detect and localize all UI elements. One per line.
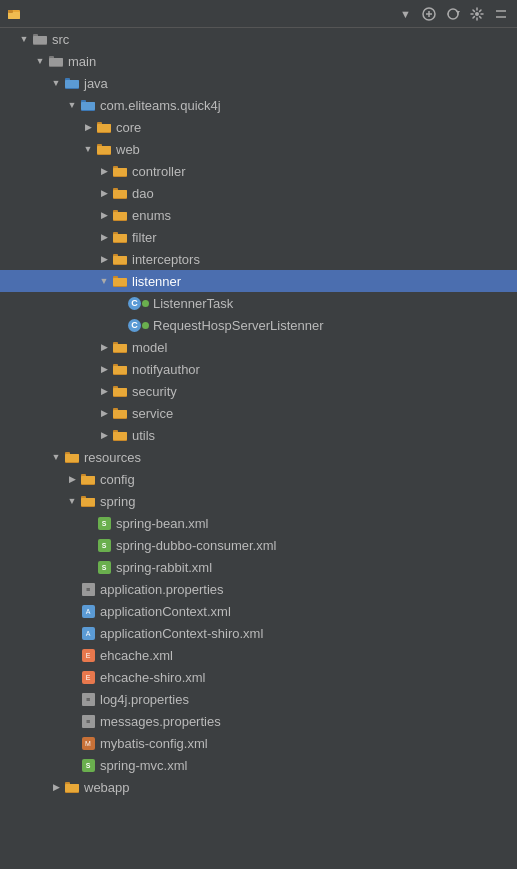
tree-item-com-eliteams-quick4j[interactable]: ▼com.eliteams.quick4j xyxy=(0,94,517,116)
tree-item-label: controller xyxy=(132,164,185,179)
tree-item-applicationContext-shiro-xml[interactable]: AapplicationContext-shiro.xml xyxy=(0,622,517,644)
tree-item-main[interactable]: ▼main xyxy=(0,50,517,72)
arrow-empty xyxy=(64,757,80,773)
tree-item-utils[interactable]: ▶utils xyxy=(0,424,517,446)
folder-icon xyxy=(112,405,128,421)
svg-rect-38 xyxy=(113,234,127,242)
tree-item-label: log4j.properties xyxy=(100,692,189,707)
arrow-closed-icon: ▶ xyxy=(48,779,64,795)
tree-item-mybatis-config-xml[interactable]: Mmybatis-config.xml xyxy=(0,732,517,754)
tree-item-notifyauthor[interactable]: ▶notifyauthor xyxy=(0,358,517,380)
tree-item-label: spring-rabbit.xml xyxy=(116,560,212,575)
arrow-closed-icon: ▶ xyxy=(96,185,112,201)
svg-rect-41 xyxy=(113,256,127,264)
folder-icon xyxy=(96,141,112,157)
tree-item-label: applicationContext.xml xyxy=(100,604,231,619)
folder-icon xyxy=(64,449,80,465)
tree-item-controller[interactable]: ▶controller xyxy=(0,160,517,182)
spring-xml-icon: S xyxy=(96,559,112,575)
tree-item-spring[interactable]: ▼spring xyxy=(0,490,517,512)
tree-item-application-properties[interactable]: ≡application.properties xyxy=(0,578,517,600)
arrow-closed-icon: ▶ xyxy=(96,229,112,245)
tree-item-label: spring-dubbo-consumer.xml xyxy=(116,538,276,553)
java-class-icon: C xyxy=(128,297,149,310)
tree-item-dao[interactable]: ▶dao xyxy=(0,182,517,204)
tree-item-spring-dubbo-consumer-xml[interactable]: Sspring-dubbo-consumer.xml xyxy=(0,534,517,556)
tree-item-label: application.properties xyxy=(100,582,224,597)
tree-item-label: utils xyxy=(132,428,155,443)
tree-item-model[interactable]: ▶model xyxy=(0,336,517,358)
collapse-btn[interactable] xyxy=(491,4,511,24)
folder-icon xyxy=(112,361,128,377)
settings-btn[interactable] xyxy=(467,4,487,24)
tree-item-label: spring-bean.xml xyxy=(116,516,209,531)
arrow-empty xyxy=(80,515,96,531)
tree-item-label: service xyxy=(132,406,173,421)
java-class-icon: C xyxy=(128,319,149,332)
svg-rect-65 xyxy=(81,476,95,484)
arrow-open-icon: ▼ xyxy=(48,449,64,465)
folder-icon xyxy=(112,383,128,399)
properties-file-icon: ≡ xyxy=(80,713,96,729)
sync-btn[interactable] xyxy=(443,4,463,24)
tree-item-label: java xyxy=(84,76,108,91)
arrow-closed-icon: ▶ xyxy=(64,471,80,487)
spring-xml-icon: S xyxy=(96,515,112,531)
tree-item-webapp[interactable]: ▶webapp xyxy=(0,776,517,798)
tree-item-ListennerTask[interactable]: CListennerTask xyxy=(0,292,517,314)
tree-item-label: webapp xyxy=(84,780,130,795)
tree-item-listenner[interactable]: ▼listenner xyxy=(0,270,517,292)
svg-rect-29 xyxy=(113,168,127,176)
tree-item-web[interactable]: ▼web xyxy=(0,138,517,160)
project-icon xyxy=(6,6,22,22)
tree-item-label: ehcache-shiro.xml xyxy=(100,670,206,685)
tree-item-label: messages.properties xyxy=(100,714,221,729)
svg-rect-50 xyxy=(113,366,127,374)
tree-item-service[interactable]: ▶service xyxy=(0,402,517,424)
tree-item-security[interactable]: ▶security xyxy=(0,380,517,402)
add-btn[interactable] xyxy=(419,4,439,24)
java-badge-icon xyxy=(142,300,149,307)
arrow-closed-icon: ▶ xyxy=(96,361,112,377)
folder-icon xyxy=(64,779,80,795)
svg-rect-14 xyxy=(49,58,63,66)
svg-rect-59 xyxy=(113,432,127,440)
svg-rect-1 xyxy=(8,12,20,19)
tree-item-spring-rabbit-xml[interactable]: Sspring-rabbit.xml xyxy=(0,556,517,578)
tree-item-label: ehcache.xml xyxy=(100,648,173,663)
arrow-empty xyxy=(64,713,80,729)
tree-item-label: ListennerTask xyxy=(153,296,233,311)
tree-item-label: resources xyxy=(84,450,141,465)
arrow-closed-icon: ▶ xyxy=(96,251,112,267)
tree-item-interceptors[interactable]: ▶interceptors xyxy=(0,248,517,270)
properties-file-icon: ≡ xyxy=(80,581,96,597)
svg-rect-26 xyxy=(97,146,111,154)
tree-item-config[interactable]: ▶config xyxy=(0,468,517,490)
tree-item-ehcache-xml[interactable]: Eehcache.xml xyxy=(0,644,517,666)
arrow-empty xyxy=(64,581,80,597)
tree-item-label: main xyxy=(68,54,96,69)
tree-item-filter[interactable]: ▶filter xyxy=(0,226,517,248)
tree-item-spring-mvc-xml[interactable]: Sspring-mvc.xml xyxy=(0,754,517,776)
tree-item-log4j-properties[interactable]: ≡log4j.properties xyxy=(0,688,517,710)
tree-item-applicationContext-xml[interactable]: AapplicationContext.xml xyxy=(0,600,517,622)
arrow-open-icon: ▼ xyxy=(96,273,112,289)
arrow-closed-icon: ▶ xyxy=(96,339,112,355)
tree-item-enums[interactable]: ▶enums xyxy=(0,204,517,226)
title-dropdown[interactable]: ▼ xyxy=(400,8,411,20)
arrow-empty xyxy=(64,735,80,751)
tree-item-java[interactable]: ▼java xyxy=(0,72,517,94)
tree-item-src[interactable]: ▼src xyxy=(0,28,517,50)
tree-item-RequestHospServerListenner[interactable]: CRequestHospServerListenner xyxy=(0,314,517,336)
tree-item-label: spring xyxy=(100,494,135,509)
tree-item-resources[interactable]: ▼resources xyxy=(0,446,517,468)
arrow-empty xyxy=(112,317,128,333)
title-bar-actions xyxy=(419,4,511,24)
arrow-closed-icon: ▶ xyxy=(80,119,96,135)
project-tree: ▼src▼main▼java▼com.eliteams.quick4j▶core… xyxy=(0,28,517,869)
tree-item-ehcache-shiro-xml[interactable]: Eehcache-shiro.xml xyxy=(0,666,517,688)
tree-item-messages-properties[interactable]: ≡messages.properties xyxy=(0,710,517,732)
tree-item-spring-bean-xml[interactable]: Sspring-bean.xml xyxy=(0,512,517,534)
tree-item-core[interactable]: ▶core xyxy=(0,116,517,138)
arrow-closed-icon: ▶ xyxy=(96,383,112,399)
